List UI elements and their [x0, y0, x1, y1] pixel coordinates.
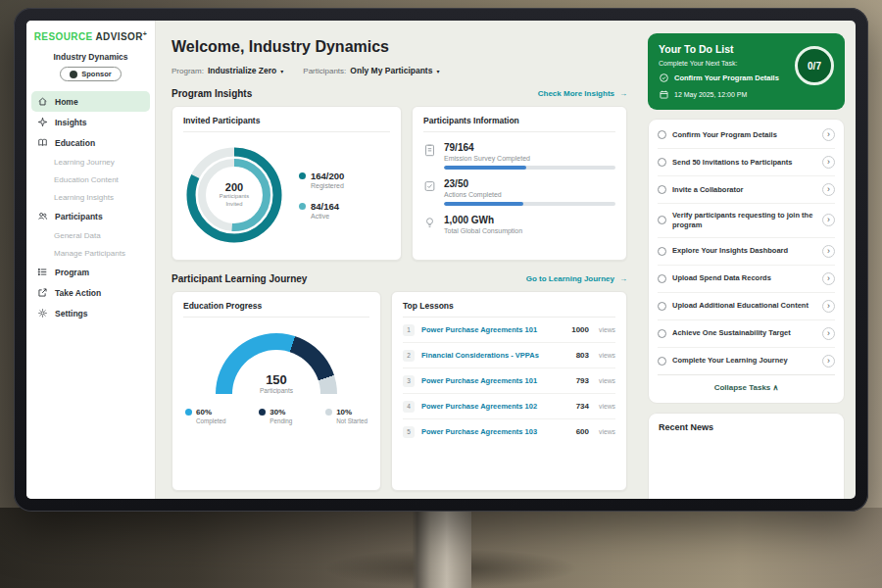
task-item[interactable]: Upload Spend Data Records ›: [658, 266, 835, 293]
task-checkbox[interactable]: [658, 329, 666, 338]
logo-resource: RESOURCE: [34, 31, 93, 42]
legend-pending: 30% Pending: [259, 408, 292, 424]
sidebar-item-manage-participants[interactable]: Manage Participants: [26, 244, 155, 262]
legend-value: 10%: [336, 408, 352, 416]
todo-due-date: 12 May 2025, 12:00 PM: [659, 89, 834, 100]
sidebar-item-settings[interactable]: Settings: [26, 303, 155, 323]
sidebar-item-label: Home: [55, 97, 78, 107]
sidebar-item-education[interactable]: Education: [26, 132, 155, 153]
task-checkbox[interactable]: [658, 274, 666, 283]
lesson-views-unit: views: [599, 428, 615, 435]
legend-not-started: 10% Not Started: [325, 408, 368, 424]
task-checkbox[interactable]: [658, 130, 666, 139]
lesson-rank: 3: [403, 375, 415, 387]
task-checkbox[interactable]: [658, 302, 666, 311]
lesson-row: 4 Power Purchase Agreements 102 734 view…: [403, 394, 615, 419]
task-label: Verify participants requesting to join t…: [672, 211, 816, 230]
task-checkbox[interactable]: [658, 216, 666, 224]
card-title: Participants Information: [423, 116, 615, 132]
lesson-views: 793: [576, 376, 589, 385]
gauge-center-value: 150: [216, 372, 337, 387]
participants-filter-value: Only My Participants: [350, 66, 432, 75]
stat-global-consumption: 1,000 GWh Total Global Consumption: [423, 215, 615, 238]
sponsor-label: Sponsor: [81, 70, 111, 78]
lesson-link[interactable]: Financial Considerations - VPPAs: [421, 351, 569, 360]
task-item[interactable]: Complete Your Learning Journey ›: [658, 348, 835, 375]
task-label: Send 50 Invitations to Participants: [672, 158, 816, 168]
sidebar-item-insights[interactable]: Insights: [26, 112, 155, 132]
chevron-right-icon[interactable]: ›: [822, 300, 835, 313]
sidebar-item-label: Settings: [55, 309, 88, 318]
lesson-link[interactable]: Power Purchase Agreements 102: [421, 402, 569, 411]
legend-dot: [325, 409, 332, 416]
donut-center-label: Participants Invited: [213, 193, 256, 208]
collapse-tasks-button[interactable]: Collapse Tasks ∧: [658, 375, 835, 401]
education-progress-card: Education Progress 150 Participants: [172, 291, 381, 491]
todo-next-task[interactable]: Confirm Your Program Details: [659, 73, 796, 83]
chevron-right-icon[interactable]: ›: [822, 128, 835, 141]
monitor-stand: [413, 510, 471, 588]
chevron-right-icon[interactable]: ›: [822, 183, 835, 196]
lesson-views-unit: views: [599, 377, 615, 384]
task-label: Complete Your Learning Journey: [672, 356, 816, 366]
chevron-right-icon[interactable]: ›: [822, 355, 835, 368]
check-more-insights-link[interactable]: Check More Insights →: [538, 89, 627, 98]
donut-center-value: 200: [225, 181, 243, 193]
lesson-rank: 2: [403, 350, 415, 362]
lesson-views: 1000: [571, 325, 589, 334]
task-item[interactable]: Upload Additional Educational Content ›: [658, 293, 835, 320]
chevron-right-icon[interactable]: ›: [822, 156, 835, 169]
lesson-row: 3 Power Purchase Agreements 101 793 view…: [403, 368, 615, 394]
chevron-right-icon[interactable]: ›: [822, 272, 835, 285]
legend-dot: [259, 409, 266, 416]
lesson-views-unit: views: [599, 352, 615, 359]
lesson-link[interactable]: Power Purchase Agreements 101: [421, 325, 564, 334]
sidebar-item-home[interactable]: Home: [31, 91, 150, 112]
sidebar-item-participants[interactable]: Participants: [26, 206, 155, 226]
todo-due-label: 12 May 2025, 12:00 PM: [674, 91, 747, 98]
chevron-right-icon[interactable]: ›: [822, 214, 835, 226]
task-label: Explore Your Insights Dashboard: [672, 246, 816, 256]
task-label: Achieve One Sustainability Target: [672, 328, 816, 338]
monitor-bezel: RESOURCE ADVISOR+ Industry Dynamics Spon…: [14, 8, 868, 512]
sidebar-item-education-content[interactable]: Education Content: [26, 171, 155, 188]
lesson-views: 734: [576, 402, 589, 411]
program-filter[interactable]: Program: Industrialize Zero ▾: [172, 66, 283, 75]
task-item[interactable]: Verify participants requesting to join t…: [658, 204, 835, 238]
lesson-row: 1 Power Purchase Agreements 101 1000 vie…: [403, 318, 615, 343]
task-item[interactable]: Achieve One Sustainability Target ›: [658, 320, 835, 348]
sidebar-item-program[interactable]: Program: [26, 262, 155, 282]
legend-value: 164/200: [311, 171, 344, 181]
task-checkbox[interactable]: [658, 185, 666, 194]
card-title: Invited Participants: [183, 116, 390, 132]
task-checkbox[interactable]: [658, 247, 666, 256]
sidebar-item-learning-insights[interactable]: Learning Insights: [26, 188, 155, 206]
lesson-row: 2 Financial Considerations - VPPAs 803 v…: [403, 343, 615, 368]
participants-filter[interactable]: Participants: Only My Participants ▾: [303, 66, 439, 75]
logo-plus: +: [143, 30, 148, 37]
sidebar-item-take-action[interactable]: Take Action: [26, 282, 155, 303]
go-to-learning-journey-link[interactable]: Go to Learning Journey →: [526, 274, 627, 283]
progress-fill: [444, 202, 523, 206]
legend-dot: [185, 409, 192, 416]
task-item[interactable]: Confirm Your Program Details ›: [658, 122, 835, 149]
invited-participants-card: Invited Participants 200 Participants In…: [172, 106, 402, 261]
lesson-link[interactable]: Power Purchase Agreements 101: [421, 376, 569, 385]
lesson-views: 803: [576, 351, 589, 360]
task-item[interactable]: Explore Your Insights Dashboard ›: [658, 238, 835, 266]
sponsor-icon: [70, 71, 77, 78]
task-checkbox[interactable]: [658, 158, 666, 167]
check-circle-icon: [659, 73, 669, 83]
todo-summary-card: Your To Do List 0/7 Complete Your Next T…: [648, 33, 845, 110]
chevron-right-icon[interactable]: ›: [822, 327, 835, 340]
task-item[interactable]: Send 50 Invitations to Participants ›: [658, 149, 835, 176]
sidebar-item-learning-journey[interactable]: Learning Journey: [26, 153, 155, 171]
task-item[interactable]: Invite a Collaborator ›: [658, 176, 835, 204]
stat-label: Actions Completed: [444, 191, 615, 198]
sidebar-item-general-data[interactable]: General Data: [26, 226, 155, 244]
take-action-icon: [37, 287, 48, 298]
task-checkbox[interactable]: [658, 357, 666, 366]
chevron-right-icon[interactable]: ›: [822, 245, 835, 258]
lesson-link[interactable]: Power Purchase Agreements 103: [421, 427, 569, 436]
dashboard-screen: RESOURCE ADVISOR+ Industry Dynamics Spon…: [26, 21, 856, 499]
